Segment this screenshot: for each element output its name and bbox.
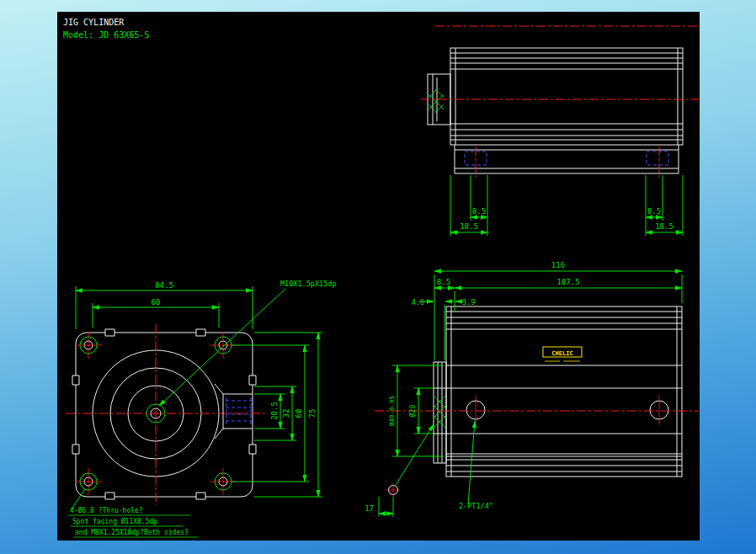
thread-callout: M10X1.5pX15dp	[280, 280, 337, 288]
body-detail-lines	[434, 306, 682, 477]
body-outline	[446, 306, 682, 477]
port-hatch	[429, 89, 444, 113]
dim-left-edge: 18.5	[460, 222, 478, 231]
drawing-title: JIG CYLINDER	[63, 18, 125, 27]
dim-plate: 8.5	[437, 278, 450, 286]
dim-bore: Ø40-0.05	[388, 396, 396, 426]
dim-left-hole: 8.5	[472, 207, 486, 216]
note-line-3: and M8X1.25X10dp?Both sides?	[75, 529, 189, 536]
dim-rod: Ø20	[408, 405, 417, 418]
brand-logo-text: CHELIC	[551, 350, 572, 357]
dim-right-hole: 8.5	[647, 207, 661, 216]
front-view: 84.5 60 20.5 32 60 75 M10X1.5pX15dp 4-Ø6…	[66, 280, 337, 537]
dim-port-span: 32	[282, 409, 290, 418]
extension-lines	[379, 274, 682, 517]
dim-bolt-span: 60	[295, 409, 303, 418]
note-line-1: 4-Ø6.8 ?Thru-hole?	[70, 506, 143, 514]
thread-leader-line	[159, 289, 285, 406]
cylinder-body-detail-lines	[450, 48, 683, 145]
dim-d: 3.9	[462, 298, 475, 306]
dim-offset: 17	[365, 504, 374, 513]
title-block: JIG CYLINDER Model: JD 63X65-S	[63, 18, 149, 40]
cad-drawing: JIG CYLINDER Model: JD 63X65-S 8.5 8.5 1…	[57, 12, 700, 541]
hidden-port-passage	[226, 397, 252, 424]
extension-lines	[76, 286, 322, 497]
rod-section-hatch	[434, 396, 445, 428]
dim-width: 84.5	[155, 281, 173, 290]
mounting-plate-lines	[455, 145, 679, 173]
rod-end-centermark	[386, 483, 400, 497]
port-callout: 2-PT1/4"	[459, 502, 493, 510]
dim-total-length: 116	[551, 261, 565, 269]
drawing-model: Model: JD 63X65-S	[63, 30, 149, 40]
dim-height: 75	[308, 409, 317, 418]
side-port-notch	[215, 384, 253, 439]
top-side-view: 8.5 8.5 18.5 18.5	[421, 26, 699, 236]
dim-body-length: 107.5	[556, 278, 579, 286]
cylinder-body-outline	[450, 48, 683, 145]
drawing-canvas: JIG CYLINDER Model: JD 63X65-S 8.5 8.5 1…	[57, 12, 700, 541]
cad-viewer-background: { "colors": { "background_top": "#c2f0f4…	[0, 0, 756, 554]
dim-span: 60	[152, 298, 161, 306]
dim-c: 4.6	[412, 298, 424, 306]
dim-right-edge: 18.5	[655, 222, 673, 231]
port-centermarks	[476, 395, 659, 425]
extension-lines	[450, 175, 683, 236]
note-line-2: Spot facing Ø11X8.5dp	[72, 517, 157, 525]
hidden-hole-right	[647, 152, 668, 165]
dim-port-depth: 20.5	[270, 402, 279, 420]
section-view: CHELIC 116 8.5 107.5 4.6 3.9 Ø40-0.05 Ø2…	[365, 261, 699, 517]
